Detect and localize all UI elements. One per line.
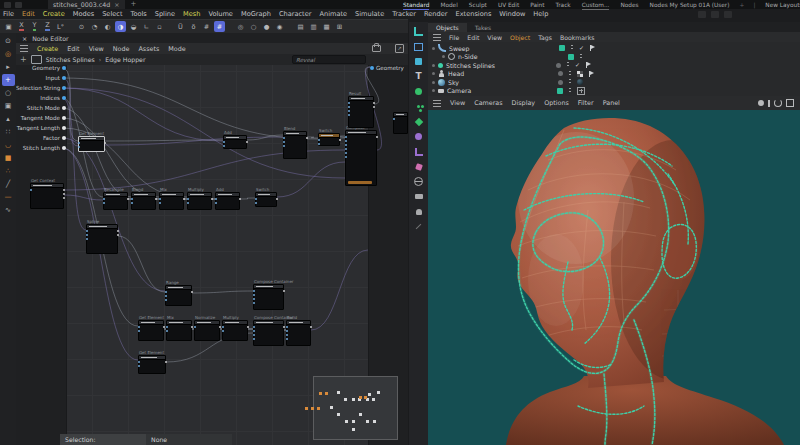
square-icon[interactable]: ■ <box>2 152 15 164</box>
graph-node-get-element[interactable]: Get Element <box>138 320 164 341</box>
cloner-icon[interactable] <box>413 101 425 112</box>
graph-node-mix[interactable]: Mix <box>166 320 192 341</box>
layout-tab-custom[interactable]: Custom... <box>581 1 611 9</box>
flag-tag-icon[interactable] <box>589 71 595 77</box>
objects-menu-file[interactable]: File <box>449 34 459 41</box>
graph-node-range[interactable]: Range <box>165 285 192 306</box>
node-input-dot[interactable] <box>138 330 140 332</box>
viewport-menu-options[interactable]: Options <box>544 99 569 107</box>
panel-icon[interactable] <box>724 11 732 18</box>
root-group-icon[interactable] <box>31 55 42 64</box>
port-dot[interactable] <box>370 66 374 70</box>
node-output-dot[interactable] <box>165 361 167 363</box>
node-input-dot[interactable] <box>166 330 168 332</box>
node-input-dot[interactable] <box>223 145 225 147</box>
node-input-dot[interactable] <box>78 142 80 144</box>
node-output-dot[interactable] <box>191 326 193 328</box>
object-row-sky[interactable]: Sky <box>428 78 800 87</box>
node-input-dot[interactable] <box>131 202 133 204</box>
coord-u-icon[interactable]: Ü <box>175 21 186 32</box>
node-output-dot[interactable] <box>276 198 278 200</box>
pen-icon[interactable] <box>413 26 425 37</box>
ring-icon[interactable]: ○ <box>248 21 259 32</box>
move-tool-icon[interactable]: + <box>2 74 15 86</box>
node-output-dot[interactable] <box>339 139 341 141</box>
layout-tab-standard[interactable]: Standard <box>402 1 430 9</box>
node-editor-menu-edit[interactable]: Edit <box>67 45 79 53</box>
render-view-icon[interactable]: ⊙ <box>76 21 87 32</box>
snap-icon[interactable]: # <box>201 21 212 32</box>
sphere-tag-icon[interactable] <box>577 79 583 85</box>
graph-node-switch[interactable]: Switch <box>318 133 340 146</box>
menu-help[interactable]: Help <box>533 10 548 18</box>
layout-tab-nodes[interactable]: Nodes <box>619 1 639 9</box>
window-add-icon[interactable]: ⊞ <box>334 21 345 32</box>
snap-grid-icon[interactable]: # <box>214 21 225 32</box>
objects-menu-view[interactable]: View <box>487 34 502 41</box>
viewport-menu-panel[interactable]: Panel <box>603 99 620 107</box>
node-output-dot[interactable] <box>376 136 378 138</box>
port-dot[interactable] <box>62 66 66 70</box>
port-dot[interactable] <box>62 146 66 150</box>
expand-toggle-icon[interactable] <box>432 64 435 67</box>
graph-node-add[interactable]: Add <box>223 135 247 149</box>
node-input-dot[interactable] <box>253 330 255 332</box>
node-output-dot[interactable] <box>306 137 308 139</box>
objects-menu-tags[interactable]: Tags <box>538 34 552 41</box>
node-editor-menu-mode[interactable]: Mode <box>168 45 185 53</box>
tab-takes[interactable]: Takes <box>467 23 499 32</box>
green-tag-icon[interactable] <box>559 45 565 51</box>
node-input-dot[interactable] <box>286 326 288 328</box>
viewport-menu-cameras[interactable]: Cameras <box>474 99 502 107</box>
navigator-minimap[interactable] <box>313 376 398 440</box>
rectangle-icon[interactable] <box>413 41 425 52</box>
layout-tab-uv-edit[interactable]: UV Edit <box>497 1 520 9</box>
flag-tag-icon[interactable] <box>590 45 596 51</box>
node-output-dot[interactable] <box>219 326 221 328</box>
graph-node-compose[interactable]: Compose <box>345 130 377 186</box>
node-input-dot[interactable] <box>215 202 217 204</box>
menu-spline[interactable]: Spline <box>155 10 175 18</box>
node-input-dot[interactable] <box>103 198 105 200</box>
menu-simulate[interactable]: Simulate <box>355 10 384 18</box>
spline-arc-icon[interactable]: ◡ <box>2 139 15 151</box>
pen-icon[interactable]: ╱ <box>2 178 15 190</box>
deformer-icon[interactable] <box>413 161 425 172</box>
window-icon[interactable] <box>15 2 22 8</box>
graph-node-get-element[interactable]: Get Element <box>78 136 105 152</box>
graph-node-multiply[interactable]: Multiply <box>222 320 248 341</box>
node-output-dot[interactable] <box>211 198 213 200</box>
node-input-dot[interactable] <box>318 139 320 141</box>
panel-icon[interactable] <box>698 11 706 18</box>
graph-node-get-element[interactable]: Get Element <box>138 355 166 374</box>
node-input-dot[interactable] <box>138 326 140 328</box>
viewport-menu-filter[interactable]: Filter <box>578 99 594 107</box>
green-tag-icon[interactable] <box>568 54 574 60</box>
new-layouts-button[interactable]: New Layouts <box>764 1 800 9</box>
node-output-dot[interactable] <box>183 198 185 200</box>
layout-box-icon[interactable]: ▣ <box>3 21 14 32</box>
menu-modes[interactable]: Modes <box>73 10 94 18</box>
globe-icon[interactable] <box>413 176 425 187</box>
flag-tag-icon[interactable] <box>586 62 592 68</box>
rotate-view-icon[interactable] <box>774 99 782 107</box>
graph-node-blend[interactable]: Blend <box>283 131 307 159</box>
layout-tab-model[interactable]: Model <box>439 1 458 9</box>
node-output-dot[interactable] <box>63 197 65 199</box>
menu-extensions[interactable]: Extensions <box>456 10 492 18</box>
node-input-dot[interactable] <box>393 118 395 120</box>
material-pen-icon[interactable] <box>413 221 425 232</box>
menu-create[interactable]: Create <box>43 10 65 18</box>
menu-tracker[interactable]: Tracker <box>392 10 416 18</box>
node-input-dot[interactable] <box>194 326 196 328</box>
generator-icon[interactable] <box>413 86 425 97</box>
window-icon[interactable] <box>4 2 11 8</box>
target-tag-icon[interactable] <box>577 87 585 95</box>
graph-node-multiply[interactable]: Multiply <box>187 192 212 210</box>
node-output-dot[interactable] <box>117 234 119 236</box>
line-icon[interactable]: — <box>2 191 15 203</box>
node-input-dot[interactable] <box>187 202 189 204</box>
shading-lines-icon[interactable]: ◒ <box>128 21 139 32</box>
object-row-camera[interactable]: Camera <box>428 87 800 96</box>
menu-character[interactable]: Character <box>279 10 312 18</box>
